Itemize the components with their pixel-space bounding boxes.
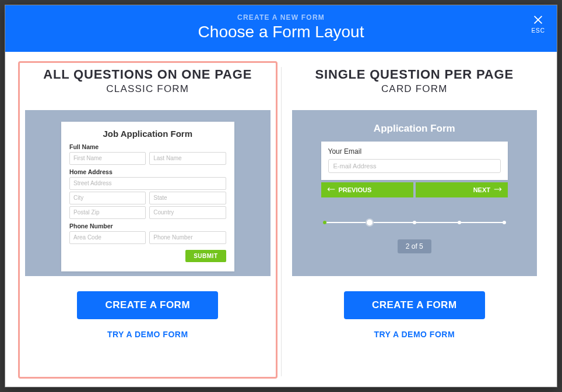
preview-label-address: Home Address (69, 168, 226, 175)
close-button[interactable]: ESC (531, 13, 545, 34)
close-icon (531, 13, 545, 26)
preview-label-fullname: Full Name (69, 143, 226, 150)
card-prev-label: PREVIOUS (339, 186, 372, 193)
progress-dot-2 (366, 218, 374, 227)
classic-actions: CREATE A FORM TRY A DEMO FORM (25, 291, 271, 339)
card-field-input: E-mail Address (328, 159, 501, 173)
preview-submit-button: SUBMIT (185, 250, 226, 262)
header-eyebrow: CREATE A NEW FORM (11, 13, 551, 22)
preview-input-firstname: First Name (69, 152, 146, 165)
create-classic-button[interactable]: CREATE A FORM (77, 291, 218, 319)
card-progress (321, 220, 508, 225)
option-classic-form[interactable]: ALL QUESTIONS ON ONE PAGE CLASSIC FORM J… (16, 67, 280, 376)
preview-input-phone: Phone Number (149, 231, 226, 244)
card-nav: PREVIOUS NEXT (321, 182, 508, 197)
preview-input-state: State (149, 192, 226, 204)
classic-heading: ALL QUESTIONS ON ONE PAGE (25, 67, 271, 82)
card-next-label: NEXT (473, 186, 490, 193)
card-preview-wrap: Application Form Your Email E-mail Addre… (321, 123, 508, 253)
card-next-button: NEXT (416, 182, 508, 197)
preview-label-phone: Phone Number (69, 223, 226, 229)
progress-dot-4 (458, 221, 461, 224)
modal-header: CREATE A NEW FORM Choose a Form Layout E… (5, 5, 557, 52)
header-title: Choose a Form Layout (11, 23, 551, 41)
preview-sheet: Job Application Form Full Name First Nam… (61, 122, 234, 271)
card-field-label: Your Email (328, 147, 501, 156)
progress-dot-5 (503, 221, 506, 224)
create-card-button[interactable]: CREATE A FORM (344, 291, 485, 319)
preview-input-areacode: Area Code (69, 231, 146, 244)
card-preview-card: Your Email E-mail Address (321, 142, 508, 180)
preview-input-street: Street Address (69, 177, 226, 190)
classic-preview: Job Application Form Full Name First Nam… (25, 110, 271, 276)
demo-card-link[interactable]: TRY A DEMO FORM (292, 330, 538, 339)
close-label: ESC (531, 27, 545, 34)
arrow-right-icon (494, 186, 502, 193)
card-pager: 2 of 5 (398, 239, 431, 253)
demo-classic-link[interactable]: TRY A DEMO FORM (25, 330, 271, 339)
modal: CREATE A NEW FORM Choose a Form Layout E… (5, 5, 557, 387)
option-card-form[interactable]: SINGLE QUESTION PER PAGE CARD FORM Appli… (283, 67, 547, 376)
preview-input-postal: Postal Zip (69, 206, 146, 219)
card-heading: SINGLE QUESTION PER PAGE (292, 67, 538, 82)
card-subtitle: CARD FORM (292, 83, 538, 95)
arrow-left-icon (327, 186, 335, 193)
classic-subtitle: CLASSIC FORM (25, 83, 271, 95)
column-divider (281, 67, 282, 376)
card-actions: CREATE A FORM TRY A DEMO FORM (292, 291, 538, 339)
card-preview: Application Form Your Email E-mail Addre… (292, 110, 538, 276)
card-preview-title: Application Form (321, 123, 508, 135)
modal-body: ALL QUESTIONS ON ONE PAGE CLASSIC FORM J… (5, 52, 557, 387)
preview-form-title: Job Application Form (69, 129, 226, 139)
preview-input-city: City (69, 192, 146, 204)
preview-input-country: Country (149, 206, 226, 219)
preview-input-lastname: Last Name (149, 152, 226, 165)
progress-dot-1 (323, 221, 326, 224)
progress-dot-3 (413, 221, 416, 224)
card-prev-button: PREVIOUS (321, 182, 413, 197)
